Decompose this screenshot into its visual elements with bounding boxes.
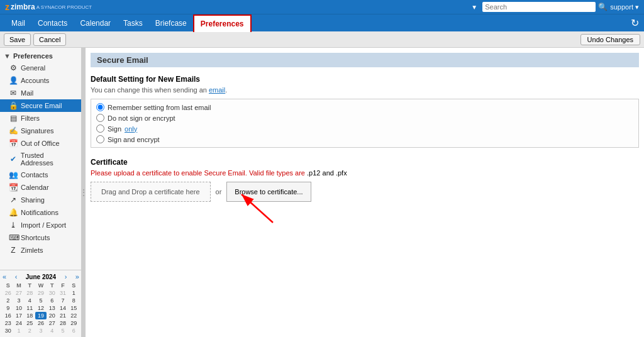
- sidebar-item-label: Shortcuts: [21, 234, 50, 241]
- cal-day[interactable]: 25: [25, 319, 35, 327]
- nav-briefcase[interactable]: Briefcase: [149, 14, 193, 32]
- sidebar-item-shortcuts[interactable]: ⌨ Shortcuts: [0, 231, 81, 244]
- certificate-title: Certificate: [91, 158, 639, 167]
- cal-day[interactable]: 18: [25, 312, 35, 319]
- mini-calendar: « ‹ June 2024 › » S M T W T F S: [0, 270, 82, 337]
- cal-day[interactable]: 10: [13, 304, 24, 312]
- sidebar-item-trusted-addresses[interactable]: ✔ Trusted Addresses: [0, 150, 81, 168]
- main-layout: ▼ Preferences ⚙ General 👤 Accounts ✉ Mai…: [0, 48, 644, 337]
- save-button[interactable]: Save: [4, 33, 31, 46]
- cal-day[interactable]: 13: [47, 304, 57, 312]
- cal-day[interactable]: 27: [47, 319, 57, 327]
- browse-button[interactable]: Browse to certificate...: [226, 182, 311, 202]
- cal-day[interactable]: 28: [25, 289, 35, 297]
- search-dropdown[interactable]: ▼: [471, 4, 477, 11]
- cancel-button[interactable]: Cancel: [33, 33, 66, 46]
- sidebar-item-filters[interactable]: ▤ Filters: [0, 112, 81, 124]
- sidebar-item-label: Sharing: [21, 196, 45, 204]
- sidebar-item-mail[interactable]: ✉ Mail: [0, 87, 81, 99]
- cal-day[interactable]: 26: [35, 319, 47, 327]
- cal-day[interactable]: 1: [69, 289, 79, 297]
- sidebar-item-signatures[interactable]: ✍ Signatures: [0, 124, 81, 137]
- radio-sign-encrypt: Sign and encrypt: [96, 134, 633, 145]
- cal-day[interactable]: 8: [69, 297, 79, 304]
- refresh-icon[interactable]: ↻: [631, 17, 639, 29]
- cal-day[interactable]: 31: [57, 289, 68, 297]
- cal-day[interactable]: 16: [3, 312, 13, 319]
- cal-day[interactable]: 6: [69, 327, 79, 334]
- search-button[interactable]: 🔍: [598, 3, 608, 11]
- nav-mail[interactable]: Mail: [5, 14, 31, 32]
- nav-bar: Mail Contacts Calendar Tasks Briefcase P…: [0, 14, 644, 31]
- cal-day[interactable]: 30: [3, 327, 13, 334]
- sidebar-item-calendar[interactable]: 📆 Calendar: [0, 181, 81, 194]
- cal-title: June 2024: [26, 273, 56, 280]
- sidebar-item-zimlets[interactable]: Z Zimlets: [0, 244, 81, 257]
- cal-day-header: F: [57, 282, 68, 289]
- cal-day[interactable]: 23: [3, 319, 13, 327]
- cal-day[interactable]: 28: [57, 319, 68, 327]
- cal-day[interactable]: 17: [13, 312, 24, 319]
- sidebar-section-preferences[interactable]: ▼ Preferences: [0, 50, 81, 62]
- cal-day[interactable]: 12: [35, 304, 47, 312]
- cal-day[interactable]: 6: [47, 297, 57, 304]
- cal-day[interactable]: 1: [13, 327, 24, 334]
- cal-day[interactable]: 5: [35, 297, 47, 304]
- section-header: Secure Email: [91, 53, 639, 67]
- nav-preferences[interactable]: Preferences: [193, 14, 252, 32]
- sidebar-item-notifications[interactable]: 🔔 Notifications: [0, 206, 81, 219]
- support-button[interactable]: support ▾: [610, 3, 639, 11]
- cal-day[interactable]: 21: [57, 312, 68, 319]
- cal-day[interactable]: 4: [47, 327, 57, 334]
- cal-day[interactable]: 4: [25, 297, 35, 304]
- desc-link[interactable]: email: [209, 86, 225, 94]
- cal-day[interactable]: 22: [69, 312, 79, 319]
- radio-sign-encrypt-input[interactable]: [96, 135, 104, 143]
- cal-day[interactable]: 14: [57, 304, 68, 312]
- nav-tasks[interactable]: Tasks: [117, 14, 149, 32]
- cal-day[interactable]: 2: [3, 297, 13, 304]
- undo-button[interactable]: Undo Changes: [580, 34, 640, 45]
- radio-sign-only-link[interactable]: only: [125, 125, 137, 133]
- cal-prev-year[interactable]: «: [3, 273, 6, 280]
- search-input[interactable]: [482, 2, 596, 12]
- sidebar-item-label: Signatures: [21, 127, 54, 135]
- nav-calendar[interactable]: Calendar: [74, 14, 117, 32]
- radio-remember-input[interactable]: [96, 103, 104, 111]
- default-setting-desc: You can change this when sending an emai…: [91, 86, 639, 94]
- cal-day[interactable]: 9: [3, 304, 13, 312]
- cal-day[interactable]: 5: [57, 327, 68, 334]
- sidebar-item-label: Calendar: [21, 184, 49, 191]
- cal-day[interactable]: 29: [35, 289, 47, 297]
- cal-day[interactable]: 3: [13, 297, 24, 304]
- cal-day[interactable]: 29: [69, 319, 79, 327]
- sidebar-item-sharing[interactable]: ↗ Sharing: [0, 194, 81, 206]
- cal-day[interactable]: 26: [3, 289, 13, 297]
- default-setting-section: Default Setting for New Emails You can c…: [91, 75, 639, 148]
- cal-day[interactable]: 20: [47, 312, 57, 319]
- cal-day[interactable]: 27: [13, 289, 24, 297]
- radio-sign-only-input[interactable]: [96, 124, 104, 133]
- cal-day[interactable]: 19: [35, 312, 47, 319]
- sidebar-item-general[interactable]: ⚙ General: [0, 62, 81, 74]
- nav-contacts[interactable]: Contacts: [31, 14, 74, 32]
- sidebar-item-contacts[interactable]: 👥 Contacts: [0, 168, 81, 181]
- drag-drop-area[interactable]: Drag and Drop a certificate here: [91, 182, 211, 202]
- cal-next-month[interactable]: ›: [65, 273, 67, 280]
- logo-z: z: [5, 2, 9, 12]
- cal-day[interactable]: 2: [25, 327, 35, 334]
- sidebar-item-import-export[interactable]: ⤓ Import / Export: [0, 219, 81, 231]
- cal-day[interactable]: 3: [35, 327, 47, 334]
- cal-next-year[interactable]: »: [75, 273, 79, 280]
- cert-upload-row: Drag and Drop a certificate here or Brow…: [91, 182, 639, 202]
- sidebar-item-out-of-office[interactable]: 📅 Out of Office: [0, 137, 81, 150]
- cal-day[interactable]: 15: [69, 304, 79, 312]
- radio-do-not-sign-input[interactable]: [96, 114, 104, 122]
- sidebar-item-accounts[interactable]: 👤 Accounts: [0, 74, 81, 87]
- cal-day[interactable]: 11: [25, 304, 35, 312]
- cal-day[interactable]: 7: [57, 297, 68, 304]
- sidebar-item-secure-email[interactable]: 🔒 Secure Email: [0, 99, 81, 112]
- cal-day[interactable]: 24: [13, 319, 24, 327]
- cal-prev-month[interactable]: ‹: [15, 273, 18, 280]
- cal-day[interactable]: 30: [47, 289, 57, 297]
